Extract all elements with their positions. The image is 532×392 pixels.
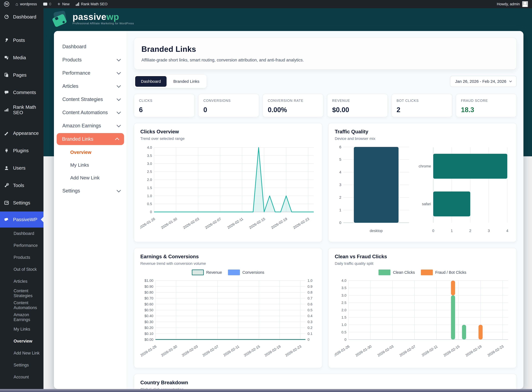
sidebar-item-passivewp[interactable]: PassiveWP <box>0 211 43 228</box>
page-subtitle: Affiliate-grade short links, smart routi… <box>141 58 509 62</box>
pages-icon <box>4 73 9 78</box>
chevron-down-icon <box>116 70 121 75</box>
revenue-swatch <box>192 270 204 275</box>
svg-text:$0.50: $0.50 <box>144 308 153 312</box>
brand-tagline: Professional Affiliate Marketing for Wor… <box>73 22 134 25</box>
pnav-products[interactable]: Products <box>54 53 127 66</box>
svg-text:safari: safari <box>422 202 431 206</box>
pnav-sub-add-new-link[interactable]: Add New Link <box>54 171 127 184</box>
wpsub-content-automations[interactable]: Content Automations <box>0 299 43 311</box>
pnav-content-strategies[interactable]: Content Strategies <box>54 93 127 106</box>
sidebar-item-users[interactable]: Users <box>0 159 43 177</box>
stat-value: 0.00% <box>268 106 318 114</box>
clean-swatch <box>379 270 390 275</box>
wordpress-menu[interactable]: W <box>4 1 9 7</box>
pnav-dashboard[interactable]: Dashboard <box>54 40 127 53</box>
comments-link[interactable]: 0 <box>43 2 51 6</box>
stat-card-revenue: REVENUE $0.00 <box>327 94 388 117</box>
svg-text:2026-01-26: 2026-01-26 <box>335 344 350 358</box>
howdy-admin-link[interactable]: Howdy, admin <box>497 2 520 6</box>
pnav-sub-overview[interactable]: Overview <box>54 146 127 159</box>
comment-count: 0 <box>49 2 51 6</box>
sidebar-item-dashboard[interactable]: Dashboard <box>0 8 43 26</box>
svg-text:1.5: 1.5 <box>147 186 152 190</box>
sidebar-item-pages[interactable]: Pages <box>0 66 43 84</box>
svg-text:0.9: 0.9 <box>307 285 312 289</box>
browser-bar-chart: 01234chromesafari <box>412 145 510 236</box>
sidebar-item-posts[interactable]: Posts <box>0 32 43 49</box>
device-bar-chart: 0123456desktop <box>335 144 412 236</box>
wp-admin-sidebar: Dashboard Posts Media Pages Comments Ran… <box>0 8 43 392</box>
rank-math-label: Rank Math SEO <box>81 2 107 6</box>
svg-text:0.2: 0.2 <box>307 326 312 330</box>
pnav-content-automations[interactable]: Content Automations <box>54 106 127 119</box>
wpsub-articles[interactable]: Articles <box>0 275 43 287</box>
svg-text:2: 2 <box>469 229 471 233</box>
svg-text:desktop: desktop <box>370 229 383 233</box>
pnav-articles[interactable]: Articles <box>54 79 127 93</box>
tab-dashboard[interactable]: Dashboard <box>135 76 167 87</box>
wpsub-amazon-earnings[interactable]: Amazon Earnings <box>0 311 43 323</box>
wpsub-my-links[interactable]: My Links <box>0 323 43 335</box>
sidebar-item-comments[interactable]: Comments <box>0 84 43 101</box>
plugin-page: passivewp Professional Affiliate Marketi… <box>43 8 532 392</box>
wpsub-performance[interactable]: Performance <box>0 239 43 252</box>
svg-text:1.5: 1.5 <box>341 315 346 319</box>
card-title: Traffic Quality <box>335 129 510 135</box>
wpsub-overview[interactable]: Overview <box>0 335 43 347</box>
wpsub-content-strategies[interactable]: Content Strategies <box>0 287 43 299</box>
avatar[interactable] <box>522 1 528 7</box>
horizontal-scrollbar[interactable] <box>0 389 532 392</box>
new-label: New <box>62 2 69 6</box>
paintbrush-icon <box>4 131 9 136</box>
sidebar-item-appearance[interactable]: Appearance <box>0 125 43 142</box>
wpsub-add-new-link[interactable]: Add New Link <box>0 347 43 359</box>
wpsub-out-of-stock[interactable]: Out of Stock <box>0 263 43 275</box>
tab-branded-links[interactable]: Branded Links <box>168 76 205 87</box>
date-range-picker[interactable]: Jan 26, 2026 - Feb 24, 2026 <box>450 76 517 87</box>
sidebar-item-plugins[interactable]: Plugins <box>0 142 43 159</box>
sidebar-item-settings[interactable]: Settings <box>0 194 43 211</box>
svg-text:0.5: 0.5 <box>341 330 346 334</box>
sidebar-item-rank-math[interactable]: Rank Math SEO <box>0 101 43 118</box>
clicks-overview-card: Clicks Overview Trend over selected rang… <box>134 123 322 242</box>
pnav-branded-links-active[interactable]: Branded Links <box>57 133 124 145</box>
card-subtitle: Device and browser mix <box>335 136 510 141</box>
chevron-up-icon <box>115 138 119 142</box>
svg-text:$0.90: $0.90 <box>144 285 153 289</box>
rank-math-link[interactable]: Rank Math SEO <box>76 2 107 6</box>
pnav-settings[interactable]: Settings <box>54 184 127 197</box>
new-content-link[interactable]: + New <box>57 2 69 6</box>
wpsub-settings[interactable]: Settings <box>0 359 43 371</box>
card-subtitle: Daily traffic quality split <box>335 261 510 266</box>
earnings-conversions-card: Earnings & Conversions Revenue trend wit… <box>134 248 322 368</box>
plugin-sidebar: Dashboard Products Performance Articles … <box>54 31 127 389</box>
svg-text:0: 0 <box>150 210 152 214</box>
page-header-card: Branded Links Affiliate-grade short link… <box>134 37 517 70</box>
menu-separator <box>0 118 43 125</box>
wpsub-products[interactable]: Products <box>0 252 43 263</box>
sidebar-item-tools[interactable]: Tools <box>0 177 43 194</box>
comment-bubble-icon <box>43 3 47 5</box>
sidebar-item-media[interactable]: Media <box>0 49 43 66</box>
svg-text:2: 2 <box>339 195 341 200</box>
pnav-performance[interactable]: Performance <box>54 66 127 79</box>
chevron-down-icon <box>116 123 121 127</box>
svg-text:2.0: 2.0 <box>341 308 346 312</box>
svg-text:2026-01-30: 2026-01-30 <box>355 344 372 358</box>
svg-text:0: 0 <box>339 221 341 225</box>
pnav-sub-my-links[interactable]: My Links <box>54 159 127 171</box>
svg-text:2026-02-07: 2026-02-07 <box>204 217 222 230</box>
svg-text:6: 6 <box>339 145 341 149</box>
user-icon <box>4 166 9 170</box>
svg-text:4.0: 4.0 <box>147 145 152 149</box>
wpsub-dashboard[interactable]: Dashboard <box>0 228 43 239</box>
chevron-down-icon <box>116 57 121 61</box>
stat-card-conversions: CONVERSIONS 0 <box>198 94 259 117</box>
wpsub-account[interactable]: Account <box>0 371 43 383</box>
site-name-link[interactable]: ⌂ wordpress <box>15 2 37 7</box>
svg-text:$0.80: $0.80 <box>144 290 153 294</box>
passivewp-tag-icon <box>4 217 9 222</box>
svg-text:2.5: 2.5 <box>341 301 346 305</box>
pnav-amazon-earnings[interactable]: Amazon Earnings <box>54 119 127 132</box>
